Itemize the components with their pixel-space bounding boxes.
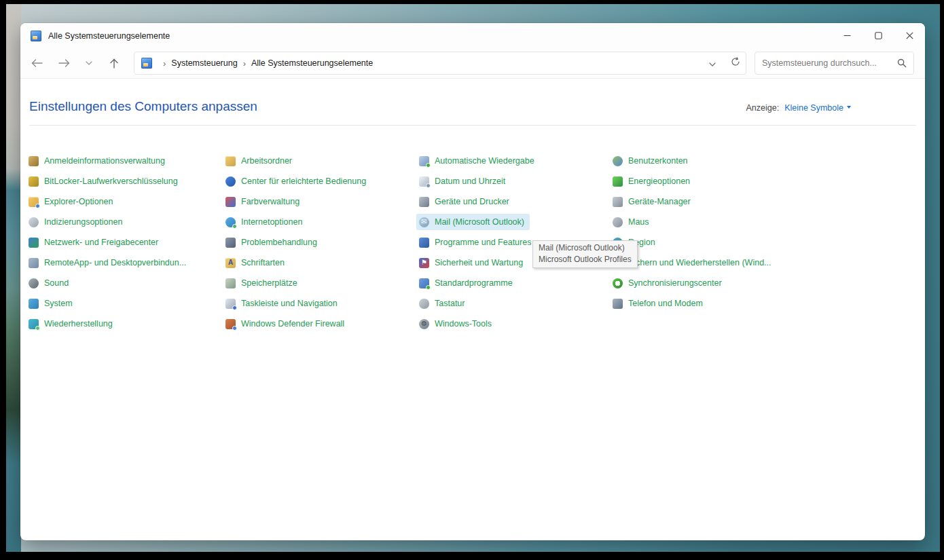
control-panel-item[interactable]: Netzwerk- und Freigabecenter: [26, 234, 164, 250]
control-panel-item[interactable]: ⚑Sicherheit und Wartung: [416, 255, 528, 271]
control-panel-item-label: Mail (Microsoft Outlook): [435, 217, 524, 227]
control-panel-item-label: Sicherheit und Wartung: [435, 257, 523, 268]
control-panel-item[interactable]: RemoteApp- und Desktopverbindun...: [26, 255, 192, 271]
minimize-button[interactable]: [831, 23, 863, 48]
control-panel-item-label: Sound: [44, 278, 69, 288]
date-time-icon: [419, 176, 429, 187]
control-panel-item-label: Center für erleichterte Bedienung: [241, 176, 366, 187]
address-dropdown-button[interactable]: [709, 57, 716, 69]
back-button[interactable]: [31, 59, 43, 67]
control-panel-item[interactable]: Anmeldeinformationsverwaltung: [26, 153, 170, 169]
up-button[interactable]: [110, 58, 118, 69]
control-panel-item[interactable]: Standardprogramme: [416, 275, 518, 291]
breadcrumb-item-systemsteuerung[interactable]: Systemsteuerung: [171, 58, 237, 68]
control-panel-item[interactable]: Tastatur: [416, 295, 470, 312]
control-panel-item[interactable]: ASchriftarten: [223, 255, 290, 271]
storage-spaces-icon: [225, 278, 236, 288]
control-panel-item[interactable]: ✉Mail (Microsoft Outlook): [416, 214, 530, 230]
breadcrumb[interactable]: › Systemsteuerung › Alle Systemsteuerung…: [134, 52, 746, 75]
control-panel-item[interactable]: Farbverwaltung: [223, 193, 305, 210]
keyboard-icon: [419, 299, 429, 309]
tooltip-line-1: Mail (Microsoft Outlook): [539, 242, 632, 254]
security-maintenance-icon: ⚑: [419, 258, 429, 268]
control-panel-item-label: Tastatur: [435, 298, 465, 309]
control-panel-item[interactable]: Speicherplätze: [223, 275, 303, 291]
chevron-down-icon: [86, 61, 92, 65]
refresh-button[interactable]: [731, 57, 740, 69]
close-button[interactable]: [894, 23, 925, 48]
recovery-icon: [29, 319, 39, 329]
control-panel-item[interactable]: Windows Defender Firewall: [223, 316, 350, 332]
windows-tools-icon: ⚙: [419, 319, 429, 329]
control-panel-item[interactable]: Energieoptionen: [610, 173, 695, 189]
breadcrumb-item-current[interactable]: Alle Systemsteuerungselemente: [251, 58, 373, 68]
control-panel-item[interactable]: Wiederherstellung: [26, 316, 118, 332]
breadcrumb-chevron-icon: ›: [163, 58, 166, 69]
control-panel-item[interactable]: Programme und Features: [416, 234, 537, 250]
control-panel-item[interactable]: Telefon und Modem: [610, 295, 708, 312]
programs-features-icon: [419, 238, 429, 248]
control-panel-item[interactable]: BitLocker-Laufwerkverschlüsselung: [26, 173, 183, 189]
breadcrumb-chevron-icon: ›: [243, 58, 246, 69]
control-panel-window: Alle Systemsteuerungselemente: [20, 23, 925, 540]
control-panel-item[interactable]: Geräte und Drucker: [416, 193, 515, 210]
control-panel-item[interactable]: Taskleiste und Navigation: [223, 295, 343, 312]
view-selector[interactable]: Kleine Symbole: [784, 103, 851, 113]
control-panel-item-label: Farbverwaltung: [241, 196, 299, 207]
taskbar-icon: [225, 299, 236, 309]
phone-modem-icon: [613, 299, 623, 309]
control-panel-item[interactable]: Indizierungsoptionen: [26, 214, 128, 230]
control-panel-item[interactable]: Explorer-Optionen: [26, 193, 118, 210]
tooltip: Mail (Microsoft Outlook) Microsoft Outlo…: [532, 240, 638, 268]
search-input[interactable]: [762, 58, 897, 68]
sync-center-icon: [613, 278, 623, 288]
mouse-icon: [613, 217, 623, 227]
control-panel-item-label: Arbeitsordner: [241, 155, 292, 166]
icon-status-dot: [35, 326, 40, 331]
control-panel-item[interactable]: Geräte-Manager: [610, 193, 696, 210]
device-manager-icon: [613, 197, 623, 207]
control-panel-item[interactable]: Benutzerkonten: [610, 153, 693, 169]
firewall-icon: [225, 319, 236, 329]
control-panel-item-label: Windows-Tools: [435, 318, 492, 329]
forward-button[interactable]: [58, 59, 70, 67]
internet-options-icon: [225, 217, 236, 227]
maximize-button[interactable]: [863, 23, 894, 48]
control-panel-item-label: Maus: [628, 217, 649, 227]
control-panel-item[interactable]: Automatische Wiedergabe: [416, 153, 540, 169]
control-panel-item[interactable]: Datum und Uhrzeit: [416, 173, 511, 189]
control-panel-item[interactable]: Internetoptionen: [223, 214, 308, 230]
recent-pages-dropdown[interactable]: [86, 61, 92, 65]
navigation-bar: › Systemsteuerung › Alle Systemsteuerung…: [20, 48, 925, 79]
control-panel-item[interactable]: Arbeitsordner: [223, 153, 297, 169]
color-management-icon: [225, 197, 236, 207]
icon-status-dot: [232, 305, 237, 310]
minimize-icon: [843, 32, 851, 39]
control-panel-item[interactable]: Sound: [26, 275, 74, 291]
power-options-icon: [613, 176, 623, 187]
control-panel-item-label: Speicherplätze: [241, 278, 297, 288]
control-panel-item[interactable]: ⚙Windows-Tools: [416, 316, 497, 332]
control-panel-item[interactable]: Maus: [610, 214, 655, 230]
control-panel-item[interactable]: Synchronisierungscenter: [610, 275, 727, 291]
up-arrow-icon: [110, 58, 118, 69]
system-icon: [29, 299, 39, 309]
search-box: [755, 52, 914, 75]
control-panel-item-label: Taskleiste und Navigation: [241, 298, 338, 309]
control-panel-item[interactable]: Center für erleichterte Bedienung: [223, 173, 371, 189]
control-panel-item-label: Schriftarten: [241, 257, 285, 268]
user-accounts-icon: [613, 156, 623, 166]
control-panel-icon: [141, 58, 152, 69]
indexing-options-icon: [29, 217, 39, 227]
search-icon: [897, 58, 907, 68]
control-panel-item-label: Explorer-Optionen: [44, 196, 113, 207]
control-panel-item-label: Energieoptionen: [628, 176, 690, 187]
control-panel-item-label: Geräte-Manager: [628, 196, 691, 207]
control-panel-item-label: Telefon und Modem: [628, 298, 703, 309]
icon-status-dot: [426, 183, 431, 188]
control-panel-item-label: Indizierungsoptionen: [44, 217, 122, 227]
control-panel-item-label: Datum und Uhrzeit: [435, 176, 505, 187]
control-panel-item[interactable]: System: [26, 295, 78, 312]
mail-outlook-icon: ✉: [419, 217, 429, 227]
control-panel-item[interactable]: Problembehandlung: [223, 234, 323, 250]
